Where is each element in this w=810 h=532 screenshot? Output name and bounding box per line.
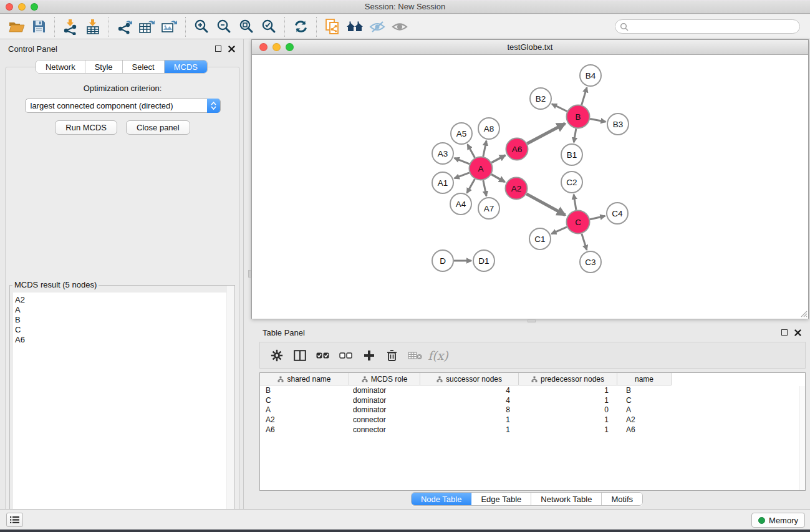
graph-edge-A2-C[interactable]	[526, 194, 565, 215]
graph-node-A[interactable]: A	[470, 157, 493, 180]
column-header-predecessor-nodes[interactable]: predecessor nodes	[519, 373, 617, 385]
float-panel-icon[interactable]	[781, 329, 788, 336]
zoom-network-window-button[interactable]	[286, 43, 294, 51]
graph-node-C4[interactable]: C4	[607, 203, 628, 224]
table-settings-button[interactable]	[265, 345, 288, 366]
add-column-button[interactable]	[357, 345, 380, 366]
graph-node-C1[interactable]: C1	[529, 228, 551, 249]
graph-edge-A-A3[interactable]	[455, 158, 470, 164]
graph-node-A5[interactable]: A5	[451, 123, 472, 144]
graph-edge-C-C3[interactable]	[582, 234, 587, 250]
float-panel-icon[interactable]	[215, 46, 221, 52]
result-list-scrollbar[interactable]	[226, 286, 234, 532]
show-panels-button[interactable]	[6, 513, 23, 527]
graph-edge-A-A4[interactable]	[467, 179, 475, 193]
graph-edge-A-A5[interactable]	[468, 144, 475, 157]
tab-select[interactable]: Select	[123, 60, 165, 73]
mcds-result-item[interactable]: B	[13, 315, 231, 325]
tab-mcds[interactable]: MCDS	[165, 60, 207, 73]
criterion-dropdown[interactable]: largest connected component (directed)	[25, 99, 221, 113]
minimize-window-button[interactable]	[18, 3, 26, 11]
minimize-network-window-button[interactable]	[272, 43, 281, 51]
zoom-selected-button[interactable]	[258, 16, 280, 37]
graph-node-B1[interactable]: B1	[561, 144, 582, 165]
table-row[interactable]: Cdominator41C	[260, 395, 805, 405]
mcds-result-item[interactable]: A2	[13, 293, 231, 305]
graph-node-B[interactable]: B	[567, 105, 590, 128]
zoom-fit-button[interactable]	[235, 16, 258, 37]
graph-node-C3[interactable]: C3	[580, 251, 601, 273]
graph-node-B2[interactable]: B2	[530, 88, 551, 109]
table-row[interactable]: A6connector11A6	[260, 425, 805, 435]
resize-grip-icon[interactable]	[799, 309, 808, 317]
graph-edge-B-B4[interactable]	[582, 87, 587, 105]
import-table-button[interactable]	[82, 16, 104, 37]
save-session-button[interactable]	[27, 16, 50, 37]
run-mcds-button[interactable]: Run MCDS	[55, 120, 117, 135]
graph-edge-A-A7[interactable]	[483, 180, 486, 196]
delete-column-button[interactable]	[380, 345, 403, 366]
network-window-titlebar[interactable]: testGlobe.txt	[252, 40, 808, 55]
hide-selected-button[interactable]	[366, 16, 388, 37]
graph-edge-C-C4[interactable]	[590, 216, 605, 219]
close-panel-icon[interactable]	[794, 329, 801, 336]
close-window-button[interactable]	[6, 3, 13, 11]
function-builder-button[interactable]: f(x)	[427, 345, 450, 366]
close-panel-button[interactable]: Close panel	[126, 120, 190, 135]
graph-edge-C-C1[interactable]	[551, 227, 567, 234]
graph-node-C[interactable]: C	[567, 211, 590, 234]
tab-style[interactable]: Style	[85, 60, 123, 73]
graph-edge-C-C2[interactable]	[574, 195, 576, 210]
table-row[interactable]: Bdominator41B	[260, 385, 805, 395]
graph-node-A3[interactable]: A3	[432, 143, 453, 164]
graph-edge-B-B1[interactable]	[574, 128, 576, 142]
graph-node-A6[interactable]: A6	[506, 138, 528, 160]
mcds-result-item[interactable]: A	[13, 305, 231, 315]
graph-edge-A-A1[interactable]	[455, 173, 470, 178]
split-panel-button[interactable]	[288, 345, 311, 366]
graph-node-B3[interactable]: B3	[607, 114, 629, 135]
mcds-result-item[interactable]: A6	[13, 335, 231, 345]
zoom-in-button[interactable]	[190, 16, 213, 37]
desktop-vertical-scroll-thumb[interactable]	[248, 270, 251, 278]
import-network-button[interactable]	[59, 16, 82, 37]
graph-edge-A6-B[interactable]	[527, 123, 565, 143]
table-scrollbar[interactable]	[799, 386, 805, 490]
mcds-result-list[interactable]: A2ABCA6	[13, 293, 231, 532]
graph-edge-A-A8[interactable]	[483, 141, 486, 157]
delete-table-button[interactable]	[403, 345, 427, 366]
graph-edge-B-B2[interactable]	[552, 104, 567, 112]
zoom-window-button[interactable]	[31, 3, 38, 11]
table-row[interactable]: A2connector11A2	[260, 415, 805, 425]
tab-motifs[interactable]: Motifs	[602, 493, 642, 505]
graph-node-D[interactable]: D	[432, 250, 453, 271]
zoom-out-button[interactable]	[213, 16, 235, 37]
graph-node-C2[interactable]: C2	[561, 172, 582, 193]
graph-node-A4[interactable]: A4	[450, 193, 471, 215]
network-from-file-button[interactable]	[321, 16, 344, 37]
tab-network-table[interactable]: Network Table	[531, 493, 602, 505]
select-all-rows-button[interactable]	[311, 345, 334, 366]
graph-edge-B-B3[interactable]	[590, 119, 605, 122]
tab-edge-table[interactable]: Edge Table	[471, 493, 531, 505]
network-graph[interactable]: B4B2BB3A8A5A6A3B1AC2A1A2A4A7C4CC1DD1C3	[252, 56, 808, 319]
desktop-horizontal-scroll-thumb[interactable]	[528, 319, 536, 322]
column-header-name[interactable]: name	[617, 373, 672, 385]
graph-node-B4[interactable]: B4	[580, 65, 601, 86]
search-input[interactable]	[615, 19, 800, 34]
graph-node-A7[interactable]: A7	[478, 198, 499, 219]
close-network-window-button[interactable]	[259, 43, 268, 51]
graph-edge-A-A2[interactable]	[491, 175, 505, 182]
close-panel-icon[interactable]	[228, 46, 235, 52]
export-image-button[interactable]	[158, 16, 181, 37]
open-session-button[interactable]	[5, 16, 27, 37]
memory-button[interactable]: Memory	[751, 513, 805, 528]
mcds-result-item[interactable]: C	[13, 325, 231, 335]
refresh-view-button[interactable]	[289, 16, 312, 37]
graph-node-A8[interactable]: A8	[478, 118, 499, 139]
export-table-button[interactable]	[136, 16, 158, 37]
show-all-button[interactable]	[388, 16, 411, 37]
first-neighbors-button[interactable]	[344, 16, 366, 37]
table-row[interactable]: Adominator80A	[260, 405, 805, 415]
column-header-successor-nodes[interactable]: successor nodes	[420, 373, 519, 385]
